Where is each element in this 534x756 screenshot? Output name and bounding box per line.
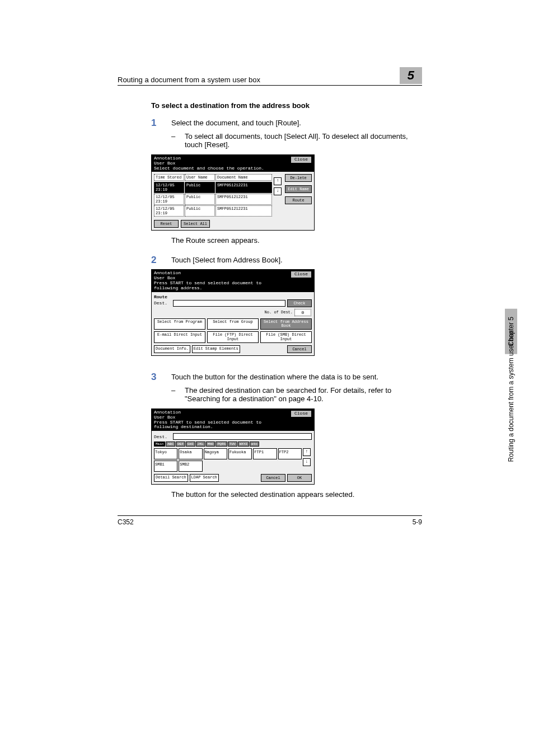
side-section-label: Routing a document from a system user bo… [507,330,515,462]
footer-left: C352 [118,518,134,526]
panel1-subtitle: Select document and choose the operation… [154,166,264,171]
panel2-subtitle: Press START to send selected document to… [154,281,266,291]
section-heading: To select a destination from the address… [151,101,422,110]
address-button[interactable]: Fukuoka [228,448,252,459]
dash-icon: – [171,132,185,149]
step-text: Select the document, and touch [Route]. [171,118,301,129]
panel-annotation-userbox: Annotation User Box Select document and … [151,154,315,231]
select-all-button[interactable]: Select All [181,220,210,228]
arrow-up-icon[interactable]: ↑ [274,177,282,185]
select-from-address-book-button[interactable]: Select from Address Book [260,318,312,330]
detail-search-button[interactable]: Detail Search [154,474,188,481]
index-tab-main[interactable]: Main [154,442,165,447]
nodest-value: 0 [294,309,311,316]
arrow-up-icon[interactable]: ↑ [303,448,311,456]
index-tab[interactable]: etc [250,442,259,447]
smb-direct-input-button[interactable]: File (SMB) Direct Input [260,331,312,343]
col-time: Time Stored [154,174,184,181]
reset-button[interactable]: Reset [154,220,179,228]
edit-stamp-button[interactable]: Edit Stamp Elements [192,345,240,353]
result-1: The Route screen appears. [171,236,422,245]
edit-name-button[interactable]: Edit Name [285,185,312,193]
index-tab[interactable]: WXYZ [238,442,249,447]
ftp-direct-input-button[interactable]: File (FTP) Direct Input [207,331,259,343]
chapter-badge: 5 [400,67,422,84]
address-button[interactable]: FTP1 [253,448,277,459]
step-number: 1 [151,118,171,129]
header-title: Routing a document from a system user bo… [118,76,260,84]
panel2-title: Annotation User Box [154,271,266,281]
address-button[interactable]: Osaka [179,448,202,459]
table-header: Time Stored User Name Document Name [154,174,273,181]
index-tab[interactable]: TUV [228,442,237,447]
step-1-sub-text: To select all documents, touch [Select A… [185,132,422,149]
dash-icon: – [171,386,185,403]
ldap-search-button[interactable]: LDAP Search [190,474,219,481]
step-text: Touch the button for the destination whe… [171,372,378,383]
step-number: 3 [151,372,171,383]
cancel-button[interactable]: Cancel [287,345,312,353]
table-row[interactable]: 12/12/05 23:19 Public SMFP051212231 [154,205,273,217]
step-1: 1 Select the document, and touch [Route]… [151,118,422,129]
arrow-down-icon[interactable]: ↓ [303,458,311,466]
step-3-sub: – The desired destination can be searche… [171,386,422,403]
index-tabs: Main ABC DEF GHI JKL MNO PQRS TUV WXYZ e… [154,442,312,447]
index-tab[interactable]: GHI [186,442,195,447]
route-button[interactable]: Route [285,196,312,204]
table-row[interactable]: 12/12/05 23:19 Public SMFP051212231 [154,182,273,193]
panel-route: Annotation User Box Press START to send … [151,269,315,356]
close-button[interactable]: Close [291,410,312,417]
panel1-title: Annotation User Box [154,156,264,166]
page-header: Routing a document from a system user bo… [118,67,422,86]
dest-field [173,433,312,440]
address-button[interactable]: Tokyo [154,448,177,459]
document-info-button[interactable]: Document Info. [154,345,190,353]
address-button[interactable]: SMB2 [179,461,202,472]
table-row[interactable]: 12/12/05 23:19 Public SMFP051212231 [154,194,273,205]
panel3-title: Annotation User Box [154,410,266,420]
nodest-label: No. of Dest. [265,310,293,314]
index-tab[interactable]: PQRS [216,442,227,447]
check-button[interactable]: Check [287,299,312,307]
index-tab[interactable]: JKL [196,442,205,447]
step-1-sub: – To select all documents, touch [Select… [171,132,422,149]
email-direct-input-button[interactable]: E-mail Direct Input [154,331,205,343]
panel-address-book: Annotation User Box Press START to send … [151,408,315,485]
col-doc: Document Name [216,174,272,181]
col-user: User Name [185,174,215,181]
dest-field [173,300,285,307]
footer-right: 5-9 [413,518,422,526]
index-tab[interactable]: DEF [176,442,185,447]
step-2: 2 Touch [Select from Address Book]. [151,255,422,266]
route-label: Route [154,294,312,299]
page-footer: C352 5-9 [118,515,422,526]
close-button[interactable]: Close [291,156,312,163]
panel3-subtitle: Press START to send selected document to… [154,420,266,430]
step-3-sub-text: The desired destination can be searched … [185,386,422,403]
index-tab[interactable]: MNO [206,442,216,447]
index-tab[interactable]: ABC [166,442,175,447]
dest-label: Dest. [154,434,173,439]
ok-button[interactable]: OK [287,474,312,482]
select-from-program-button[interactable]: Select from Program [154,318,205,330]
step-text: Touch [Select from Address Book]. [171,255,283,266]
dest-label: Dest. [154,300,173,306]
address-button[interactable]: FTP2 [278,448,302,459]
arrow-down-icon[interactable]: ↓ [274,187,282,195]
close-button[interactable]: Close [291,271,312,278]
address-button[interactable]: SMB1 [154,461,177,472]
cancel-button[interactable]: Cancel [261,474,285,482]
address-button[interactable]: Nagoya [204,448,227,459]
result-3: The button for the selected destination … [171,490,422,499]
step-number: 2 [151,255,171,266]
delete-button[interactable]: De-lete [285,174,312,182]
step-3: 3 Touch the button for the destination w… [151,372,422,383]
select-from-group-button[interactable]: Select from Group [207,318,259,330]
